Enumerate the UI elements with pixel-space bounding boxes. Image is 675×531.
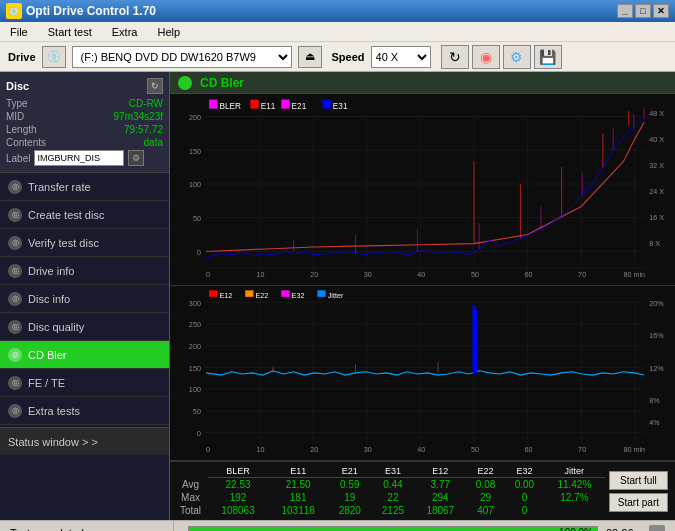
- svg-text:Jitter: Jitter: [328, 291, 344, 300]
- action-buttons: Start full Start part: [605, 465, 672, 517]
- disc-label-btn[interactable]: ⚙: [128, 150, 144, 166]
- title-bar: 💿 Opti Drive Control 1.70 _ □ ✕: [0, 0, 675, 22]
- title-bar-left: 💿 Opti Drive Control 1.70: [6, 3, 156, 19]
- status-message-section: Test completed: [4, 521, 174, 531]
- max-e22: 29: [466, 491, 505, 504]
- max-e31: 22: [371, 491, 414, 504]
- avg-e22: 0.08: [466, 478, 505, 492]
- disc-contents-value: data: [144, 137, 163, 148]
- col-header-jitter: Jitter: [544, 465, 605, 478]
- svg-text:0: 0: [197, 248, 201, 257]
- svg-text:50: 50: [193, 214, 201, 223]
- nav-disc-info[interactable]: ◎ Disc info: [0, 285, 169, 313]
- drive-label: Drive: [8, 51, 36, 63]
- nav-fe-te[interactable]: ◎ FE / TE: [0, 369, 169, 397]
- avg-e11: 21.50: [268, 478, 328, 492]
- max-e11: 181: [268, 491, 328, 504]
- total-label: Total: [173, 504, 208, 517]
- svg-text:70: 70: [578, 270, 586, 279]
- nav-transfer-rate[interactable]: ◎ Transfer rate: [0, 173, 169, 201]
- disc-type-label: Type: [6, 98, 28, 109]
- eject-button[interactable]: ⏏: [298, 46, 322, 68]
- nav-cd-bler[interactable]: ◎ CD Bler: [0, 341, 169, 369]
- disc-label-input[interactable]: [34, 150, 124, 166]
- svg-text:E11: E11: [261, 100, 276, 110]
- col-header-e21: E21: [328, 465, 371, 478]
- disc-info-icon: ◎: [8, 292, 22, 306]
- nav-cd-bler-label: CD Bler: [28, 349, 67, 361]
- start-full-button[interactable]: Start full: [609, 471, 668, 490]
- refresh-button[interactable]: ↻: [441, 45, 469, 69]
- nav-verify-test-disc[interactable]: ◎ Verify test disc: [0, 229, 169, 257]
- progress-bar-fill: [189, 527, 597, 532]
- disc-contents-label: Contents: [6, 137, 46, 148]
- save-button[interactable]: 💾: [534, 45, 562, 69]
- create-test-disc-icon: ◎: [8, 208, 22, 222]
- total-e21: 2820: [328, 504, 371, 517]
- charts-container: BLER E11 E21 E31 200 150 100 50 0: [170, 94, 675, 461]
- avg-e21: 0.59: [328, 478, 371, 492]
- start-part-button[interactable]: Start part: [609, 493, 668, 512]
- settings-button[interactable]: ⚙: [503, 45, 531, 69]
- total-jitter: [544, 504, 605, 517]
- nav-drive-info-label: Drive info: [28, 265, 74, 277]
- svg-rect-77: [281, 291, 289, 298]
- chart2-svg: E12 E22 E32 Jitter 300 250 200 150 100 5…: [170, 286, 675, 460]
- col-header-e22: E22: [466, 465, 505, 478]
- drive-bar: Drive 💿 (F:) BENQ DVD DD DW1620 B7W9 ⏏ S…: [0, 42, 675, 72]
- disc-length-row: Length 79:57.72: [6, 124, 163, 135]
- svg-text:10: 10: [257, 445, 265, 454]
- chart-title: CD Bler: [200, 76, 244, 90]
- maximize-button[interactable]: □: [635, 4, 651, 18]
- menu-bar: File Start test Extra Help: [0, 22, 675, 42]
- chart-header: CD Bler: [170, 72, 675, 94]
- total-bler: 108063: [208, 504, 268, 517]
- svg-text:40: 40: [417, 445, 425, 454]
- svg-text:100: 100: [189, 180, 201, 189]
- nav-status-window[interactable]: Status window > >: [0, 427, 169, 455]
- drive-info-icon: ◎: [8, 264, 22, 278]
- nav-disc-info-label: Disc info: [28, 293, 70, 305]
- progress-text: 100.0%: [559, 527, 593, 532]
- nav-extra-tests[interactable]: ◎ Extra tests: [0, 397, 169, 425]
- speed-select[interactable]: 40 X: [371, 46, 431, 68]
- svg-text:4%: 4%: [649, 418, 660, 427]
- erase-button[interactable]: ◉: [472, 45, 500, 69]
- disc-refresh-button[interactable]: ↻: [147, 78, 163, 94]
- nav-fe-te-label: FE / TE: [28, 377, 65, 389]
- svg-text:E22: E22: [256, 291, 269, 300]
- col-header-e12: E12: [414, 465, 466, 478]
- svg-rect-73: [209, 291, 217, 298]
- nav-drive-info[interactable]: ◎ Drive info: [0, 257, 169, 285]
- disc-type-value: CD-RW: [129, 98, 163, 109]
- svg-text:30: 30: [364, 445, 372, 454]
- avg-e31: 0.44: [371, 478, 414, 492]
- close-button[interactable]: ✕: [653, 4, 669, 18]
- menu-help[interactable]: Help: [151, 25, 186, 39]
- app-title: Opti Drive Control 1.70: [26, 4, 156, 18]
- svg-text:50: 50: [193, 407, 201, 416]
- total-e31: 2125: [371, 504, 414, 517]
- cd-bler-icon: ◎: [8, 348, 22, 362]
- content-area: CD Bler: [170, 72, 675, 520]
- svg-text:16 X: 16 X: [649, 213, 664, 222]
- svg-text:50: 50: [471, 445, 479, 454]
- total-e11: 103118: [268, 504, 328, 517]
- svg-text:80 min: 80 min: [623, 270, 645, 279]
- disc-header: Disc ↻: [6, 78, 163, 94]
- nav-extra-tests-label: Extra tests: [28, 405, 80, 417]
- nav-disc-quality[interactable]: ◎ Disc quality: [0, 313, 169, 341]
- drive-select[interactable]: (F:) BENQ DVD DD DW1620 B7W9: [72, 46, 292, 68]
- disc-label-row: Label ⚙: [6, 150, 163, 166]
- svg-rect-17: [250, 100, 258, 109]
- menu-file[interactable]: File: [4, 25, 34, 39]
- svg-text:20: 20: [310, 445, 318, 454]
- nav-create-test-disc[interactable]: ◎ Create test disc: [0, 201, 169, 229]
- svg-text:30: 30: [364, 270, 372, 279]
- menu-extra[interactable]: Extra: [106, 25, 144, 39]
- svg-rect-75: [245, 291, 253, 298]
- minimize-button[interactable]: _: [617, 4, 633, 18]
- svg-text:70: 70: [578, 445, 586, 454]
- menu-start-test[interactable]: Start test: [42, 25, 98, 39]
- svg-text:48 X: 48 X: [649, 109, 664, 118]
